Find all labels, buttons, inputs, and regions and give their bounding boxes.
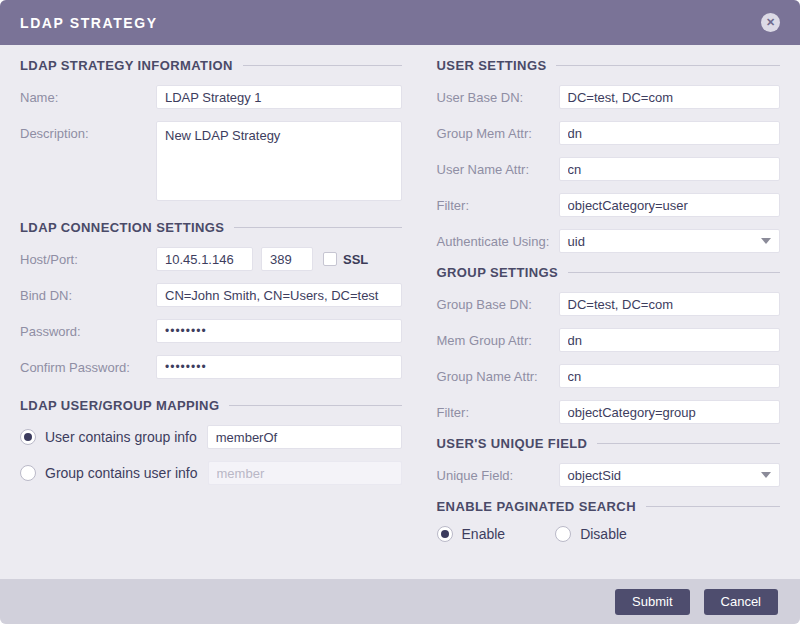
dialog-header: LDAP STRATEGY ✕ (0, 0, 800, 45)
bind-dn-label: Bind DN: (20, 288, 156, 303)
confirm-password-row: Confirm Password: (20, 355, 402, 379)
group-contains-user-row: Group contains user info (20, 461, 402, 485)
confirm-password-label: Confirm Password: (20, 360, 156, 375)
password-label: Password: (20, 324, 156, 339)
password-input[interactable] (156, 319, 402, 343)
mem-group-attr-label: Mem Group Attr: (437, 333, 559, 348)
group-contains-user-label[interactable]: Group contains user info (45, 465, 198, 481)
group-contains-attr-input[interactable] (208, 461, 402, 485)
section-rule (568, 272, 780, 273)
group-filter-row: Filter: (437, 400, 780, 424)
left-column: LDAP STRATEGY INFORMATION Name: Descript… (20, 45, 402, 579)
section-title-user-settings: USER SETTINGS (437, 58, 780, 73)
section-title-strategy-information: LDAP STRATEGY INFORMATION (20, 58, 402, 73)
section-rule (597, 443, 780, 444)
unique-field-row: Unique Field: objectSid (437, 463, 780, 487)
user-name-attr-input[interactable] (559, 157, 780, 181)
group-base-dn-row: Group Base DN: (437, 292, 780, 316)
user-base-dn-input[interactable] (559, 85, 780, 109)
right-column: USER SETTINGS User Base DN: Group Mem At… (437, 45, 780, 579)
cancel-button[interactable]: Cancel (704, 589, 778, 615)
group-filter-label: Filter: (437, 405, 559, 420)
authenticate-using-value: uid (568, 234, 585, 249)
user-name-attr-row: User Name Attr: (437, 157, 780, 181)
user-name-attr-label: User Name Attr: (437, 162, 559, 177)
dropdown-arrow-icon (761, 472, 771, 478)
mem-group-attr-row: Mem Group Attr: (437, 328, 780, 352)
section-rule (234, 227, 401, 228)
name-row: Name: (20, 85, 402, 109)
user-contains-attr-input[interactable] (207, 425, 402, 449)
mem-group-attr-input[interactable] (559, 328, 780, 352)
authenticate-using-label: Authenticate Using: (437, 234, 559, 249)
unique-field-select[interactable]: objectSid (559, 463, 780, 487)
section-rule (556, 65, 780, 66)
user-filter-input[interactable] (559, 193, 780, 217)
group-mem-attr-label: Group Mem Attr: (437, 126, 559, 141)
dropdown-arrow-icon (761, 238, 771, 244)
user-contains-group-row: User contains group info (20, 425, 402, 449)
description-label: Description: (20, 121, 156, 141)
host-input[interactable] (156, 247, 253, 271)
host-port-label: Host/Port: (20, 252, 156, 267)
paginated-search-row: Enable Disable (437, 526, 780, 542)
ldap-strategy-dialog: LDAP STRATEGY ✕ LDAP STRATEGY INFORMATIO… (0, 0, 800, 624)
ssl-checkbox[interactable] (323, 252, 337, 266)
name-label: Name: (20, 90, 156, 105)
description-row: Description: New LDAP Strategy (20, 121, 402, 201)
unique-field-value: objectSid (568, 468, 621, 483)
host-port-row: Host/Port: SSL (20, 247, 402, 271)
submit-button[interactable]: Submit (615, 589, 689, 615)
bind-dn-row: Bind DN: (20, 283, 402, 307)
group-mem-attr-row: Group Mem Attr: (437, 121, 780, 145)
disable-radio[interactable] (555, 526, 571, 542)
section-rule (229, 405, 401, 406)
disable-label[interactable]: Disable (580, 526, 627, 542)
group-base-dn-label: Group Base DN: (437, 297, 559, 312)
user-contains-group-label[interactable]: User contains group info (45, 429, 197, 445)
name-input[interactable] (156, 85, 402, 109)
group-mem-attr-input[interactable] (559, 121, 780, 145)
enable-label[interactable]: Enable (462, 526, 506, 542)
confirm-password-input[interactable] (156, 355, 402, 379)
user-contains-group-radio[interactable] (20, 429, 36, 445)
authenticate-using-row: Authenticate Using: uid (437, 229, 780, 253)
group-filter-input[interactable] (559, 400, 780, 424)
dialog-footer: Submit Cancel (0, 579, 800, 624)
enable-radio[interactable] (437, 526, 453, 542)
group-contains-user-radio[interactable] (20, 465, 36, 481)
enable-radio-group: Enable (437, 526, 516, 542)
user-filter-row: Filter: (437, 193, 780, 217)
ssl-label[interactable]: SSL (343, 252, 368, 267)
section-rule (646, 506, 780, 507)
section-rule (243, 65, 402, 66)
port-input[interactable] (261, 247, 313, 271)
user-filter-label: Filter: (437, 198, 559, 213)
section-title-connection-settings: LDAP CONNECTION SETTINGS (20, 220, 402, 235)
section-title-unique-field: USER'S UNIQUE FIELD (437, 436, 780, 451)
group-base-dn-input[interactable] (559, 292, 780, 316)
disable-radio-group: Disable (555, 526, 637, 542)
user-base-dn-row: User Base DN: (437, 85, 780, 109)
section-title-group-settings: GROUP SETTINGS (437, 265, 780, 280)
dialog-body: LDAP STRATEGY INFORMATION Name: Descript… (0, 45, 800, 579)
password-row: Password: (20, 319, 402, 343)
user-base-dn-label: User Base DN: (437, 90, 559, 105)
dialog-title: LDAP STRATEGY (20, 15, 158, 31)
section-title-paginated-search: ENABLE PAGINATED SEARCH (437, 499, 780, 514)
group-name-attr-input[interactable] (559, 364, 780, 388)
group-name-attr-row: Group Name Attr: (437, 364, 780, 388)
group-name-attr-label: Group Name Attr: (437, 369, 559, 384)
close-icon[interactable]: ✕ (761, 13, 780, 32)
description-textarea[interactable]: New LDAP Strategy (156, 121, 402, 201)
section-title-user-group-mapping: LDAP USER/GROUP MAPPING (20, 398, 402, 413)
authenticate-using-select[interactable]: uid (559, 229, 780, 253)
bind-dn-input[interactable] (156, 283, 402, 307)
unique-field-label: Unique Field: (437, 468, 559, 483)
